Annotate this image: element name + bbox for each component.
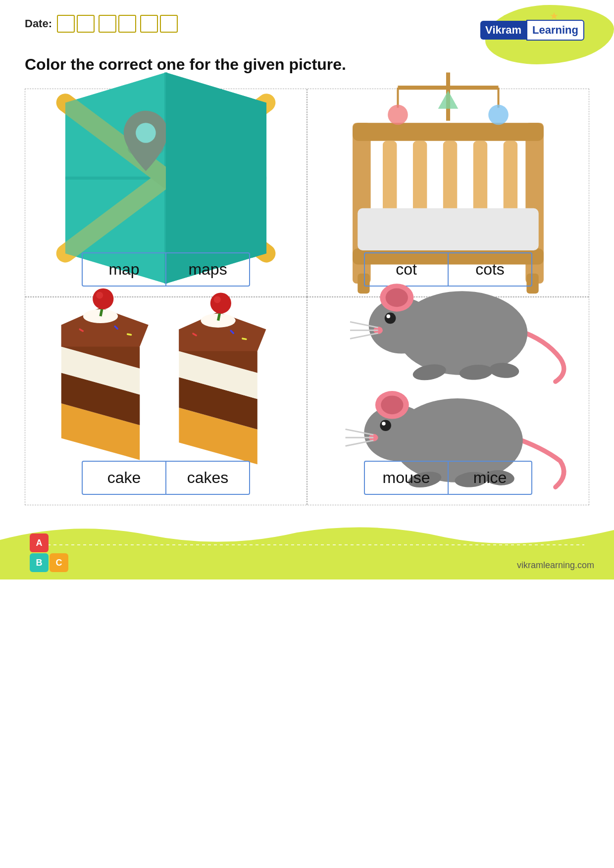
- word-cake[interactable]: cake: [83, 462, 166, 494]
- word-mice[interactable]: mice: [449, 462, 531, 494]
- date-box-1[interactable]: [57, 15, 75, 33]
- date-box-6[interactable]: [160, 15, 178, 33]
- svg-point-27: [388, 105, 408, 125]
- svg-marker-29: [438, 91, 459, 109]
- date-box-3[interactable]: [99, 15, 116, 33]
- svg-point-44: [96, 292, 103, 299]
- footer-bottom: A B C vikramlearning.com: [0, 533, 614, 579]
- svg-point-64: [387, 314, 391, 318]
- cot-image-area: [317, 104, 579, 242]
- header: Date: ★ Vikram Learning: [0, 0, 614, 46]
- svg-point-76: [380, 420, 391, 431]
- date-section: Date:: [25, 15, 178, 33]
- cell-map: map maps: [25, 89, 307, 297]
- svg-point-75: [381, 395, 403, 414]
- date-box-5[interactable]: [140, 15, 158, 33]
- star-icon: ★: [550, 10, 559, 22]
- svg-rect-21: [358, 208, 539, 250]
- footer-url: vikramlearning.com: [517, 560, 594, 571]
- logo-learning: Learning: [526, 20, 584, 41]
- svg-point-58: [214, 296, 221, 303]
- exercise-grid: map maps: [25, 89, 589, 505]
- date-box-2[interactable]: [77, 15, 95, 33]
- svg-rect-14: [353, 123, 544, 141]
- block-row-bottom: B C: [30, 553, 68, 572]
- footer: A B C vikramlearning.com: [0, 520, 614, 579]
- block-c: C: [50, 553, 68, 572]
- mice-word-boxes: mouse mice: [364, 461, 532, 495]
- date-box-group-1: [57, 15, 95, 33]
- word-mouse[interactable]: mouse: [365, 462, 449, 494]
- svg-point-57: [210, 292, 231, 313]
- word-cakes[interactable]: cakes: [166, 462, 249, 494]
- block-b: B: [30, 553, 49, 572]
- block-row-top: A: [30, 533, 68, 552]
- svg-point-77: [382, 422, 386, 426]
- svg-point-43: [93, 289, 113, 309]
- cell-cake: cake cakes: [25, 297, 307, 505]
- block-a: A: [30, 533, 49, 552]
- map-image-area: [35, 104, 297, 242]
- svg-point-62: [386, 288, 408, 307]
- date-label: Date:: [25, 17, 52, 30]
- logo-vikram: Vikram: [480, 21, 526, 40]
- svg-point-31: [488, 105, 509, 125]
- mice-image-area: [317, 312, 579, 451]
- cake-image-area: [35, 312, 297, 451]
- abc-blocks: A B C: [30, 533, 68, 572]
- svg-point-63: [385, 312, 396, 324]
- logo: Vikram Learning: [480, 20, 584, 41]
- date-boxes: [57, 15, 178, 33]
- date-box-4[interactable]: [118, 15, 136, 33]
- cake-word-boxes: cake cakes: [82, 461, 250, 495]
- logo-area: ★ Vikram Learning: [480, 15, 589, 41]
- date-box-group-3: [140, 15, 178, 33]
- date-box-group-2: [99, 15, 136, 33]
- cake-illustration: [35, 273, 297, 490]
- cell-mice: mouse mice: [307, 297, 589, 505]
